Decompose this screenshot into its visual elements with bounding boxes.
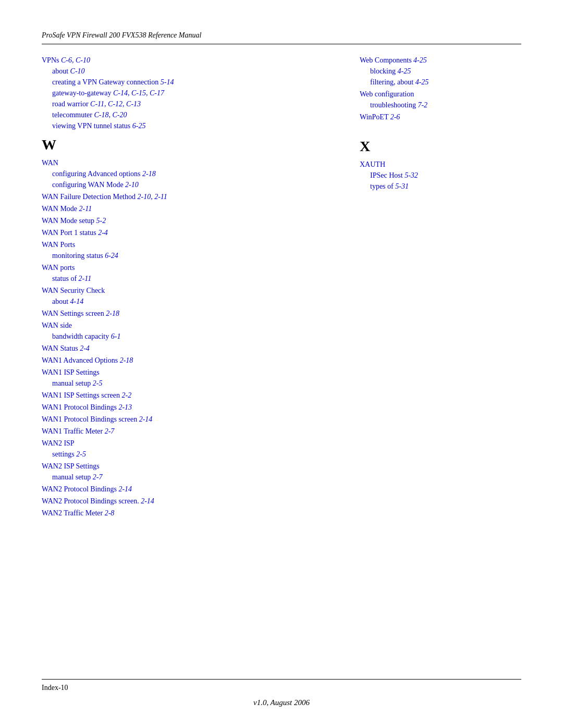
sub-ref[interactable]: 5-31 xyxy=(395,182,409,190)
sub-link[interactable]: viewing VPN tunnel status xyxy=(52,122,130,130)
section-letter-x: X xyxy=(360,138,521,155)
sub-ref[interactable]: 6-1 xyxy=(111,332,121,340)
entry-link[interactable]: WAN2 Protocol Bindings xyxy=(42,485,117,493)
entry-link[interactable]: WAN ports xyxy=(42,264,75,272)
entry-ref[interactable]: 2-2 xyxy=(121,391,131,399)
entry-ref[interactable]: C-6, C-10 xyxy=(61,56,90,64)
entry-main: WAN Mode 2-11 xyxy=(42,203,334,214)
entry-ref[interactable]: 2-7 xyxy=(105,427,115,435)
sub-link[interactable]: IPSec Host xyxy=(370,171,403,179)
entry-link[interactable]: VPNs xyxy=(42,56,59,64)
sub-ref[interactable]: C-10 xyxy=(70,67,85,75)
entry-link[interactable]: WAN2 ISP xyxy=(42,439,75,447)
sub-link[interactable]: troubleshooting xyxy=(370,101,416,109)
entry-link[interactable]: WAN Mode xyxy=(42,205,77,213)
sub-link[interactable]: bandwidth capacity xyxy=(52,332,109,340)
sub-ref[interactable]: 2-5 xyxy=(93,379,103,387)
entry-ref[interactable]: 2-14 xyxy=(141,497,154,505)
entry-link[interactable]: WAN1 ISP Settings xyxy=(42,368,100,376)
sub-ref[interactable]: 4-25 xyxy=(415,78,429,86)
sub-link[interactable]: about xyxy=(52,67,68,75)
list-item: WAN1 ISP Settings manual setup 2-5 xyxy=(42,367,334,389)
sub-link[interactable]: gateway-to-gateway xyxy=(52,89,112,97)
entry-ref[interactable]: 4-25 xyxy=(413,56,427,64)
sub-link[interactable]: telecommuter xyxy=(52,111,92,119)
entry-link[interactable]: WinPoET xyxy=(360,113,388,121)
entry-ref[interactable]: 2-4 xyxy=(80,344,90,352)
page-footer: Index-10 v1.0, August 2006 xyxy=(42,679,521,707)
entry-link[interactable]: Web Components xyxy=(360,56,412,64)
entry-ref[interactable]: 2-18 xyxy=(106,310,119,317)
entry-sub: manual setup 2-5 xyxy=(42,378,334,389)
entry-link[interactable]: WAN2 Traffic Meter xyxy=(42,509,103,517)
sub-ref[interactable]: 2-11 xyxy=(79,275,92,282)
entry-link[interactable]: WAN1 Advanced Options xyxy=(42,356,118,364)
entry-link[interactable]: WAN2 ISP Settings xyxy=(42,462,100,470)
page-header: ProSafe VPN Firewall 200 FVX538 Referenc… xyxy=(42,31,521,44)
entry-link[interactable]: WAN Security Check xyxy=(42,287,105,294)
entry-link[interactable]: WAN1 ISP Settings screen xyxy=(42,391,120,399)
entry-sub: manual setup 2-7 xyxy=(42,472,334,483)
sub-ref[interactable]: C-11, C-12, C-13 xyxy=(90,100,141,108)
entry-link[interactable]: WAN1 Protocol Bindings screen xyxy=(42,415,137,423)
sub-link[interactable]: creating a VPN Gateway connection xyxy=(52,78,158,86)
list-item: VPNs C-6, C-10 about C-10 creating a VPN… xyxy=(42,55,334,131)
sub-link[interactable]: manual setup xyxy=(52,379,91,387)
entry-ref[interactable]: 2-8 xyxy=(105,509,115,517)
sub-ref[interactable]: 6-24 xyxy=(105,252,118,260)
header-title: ProSafe VPN Firewall 200 FVX538 Referenc… xyxy=(42,31,201,39)
entry-link[interactable]: WAN side xyxy=(42,322,72,329)
entry-link[interactable]: WAN1 Traffic Meter xyxy=(42,427,103,435)
sub-link[interactable]: filtering, about xyxy=(370,78,413,86)
entry-link[interactable]: WAN Status xyxy=(42,344,78,352)
entry-link[interactable]: WAN xyxy=(42,159,58,167)
sub-link[interactable]: blocking xyxy=(370,67,396,75)
sub-ref[interactable]: 2-18 xyxy=(142,170,156,178)
entry-link[interactable]: WAN Ports xyxy=(42,241,75,249)
entry-main: WAN1 Advanced Options 2-18 xyxy=(42,355,334,366)
sub-ref[interactable]: C-14, C-15, C-17 xyxy=(113,89,164,97)
sub-link[interactable]: types of xyxy=(370,182,394,190)
entry-ref[interactable]: 2-11 xyxy=(79,205,92,213)
sub-ref[interactable]: 2-7 xyxy=(93,473,103,481)
sub-link[interactable]: monitoring status xyxy=(52,252,103,260)
entry-ref[interactable]: 2-14 xyxy=(139,415,153,423)
list-item: WAN Ports monitoring status 6-24 xyxy=(42,239,334,261)
sub-ref[interactable]: 5-14 xyxy=(161,78,174,86)
sub-link[interactable]: configuring WAN Mode xyxy=(52,181,124,189)
sub-ref[interactable]: C-18, C-20 xyxy=(94,111,127,119)
entry-link[interactable]: WAN1 Protocol Bindings xyxy=(42,403,117,411)
entry-link[interactable]: Web configuration xyxy=(360,90,414,98)
entry-main: WAN2 ISP xyxy=(42,438,334,449)
entry-sub: gateway-to-gateway C-14, C-15, C-17 xyxy=(42,88,334,98)
sub-ref[interactable]: 4-14 xyxy=(70,298,84,305)
sub-link[interactable]: manual setup xyxy=(52,473,91,481)
sub-ref[interactable]: 7-2 xyxy=(418,101,427,109)
entry-main: WAN Ports xyxy=(42,239,334,250)
sub-link[interactable]: settings xyxy=(52,450,75,458)
sub-ref[interactable]: 2-10 xyxy=(125,181,139,189)
entry-ref[interactable]: 5-2 xyxy=(96,217,106,225)
entry-link[interactable]: WAN Mode setup xyxy=(42,217,94,225)
sub-link[interactable]: road warrior xyxy=(52,100,89,108)
entry-link[interactable]: WAN Failure Detection Method xyxy=(42,193,136,201)
entry-link[interactable]: WAN Port 1 status xyxy=(42,229,96,237)
entry-ref[interactable]: 2-4 xyxy=(98,229,108,237)
entry-link[interactable]: WAN2 Protocol Bindings screen. xyxy=(42,497,139,505)
sub-ref[interactable]: 2-5 xyxy=(76,450,86,458)
entry-link[interactable]: XAUTH xyxy=(360,161,385,168)
entry-ref[interactable]: 2-18 xyxy=(120,356,133,364)
sub-link[interactable]: status of xyxy=(52,275,77,282)
entry-link[interactable]: WAN Settings screen xyxy=(42,310,104,317)
sub-ref[interactable]: 5-32 xyxy=(405,171,418,179)
sub-link[interactable]: configuring Advanced options xyxy=(52,170,141,178)
entry-ref[interactable]: 2-13 xyxy=(118,403,132,411)
sub-ref[interactable]: 6-25 xyxy=(132,122,146,130)
entry-sub: road warrior C-11, C-12, C-13 xyxy=(42,98,334,109)
sub-ref[interactable]: 4-25 xyxy=(398,67,411,75)
sub-link[interactable]: about xyxy=(52,298,68,305)
entry-ref[interactable]: 2-14 xyxy=(118,485,132,493)
entry-ref[interactable]: 2-10, 2-11 xyxy=(138,193,167,201)
entry-ref[interactable]: 2-6 xyxy=(390,113,400,121)
list-item: WAN Security Check about 4-14 xyxy=(42,285,334,307)
